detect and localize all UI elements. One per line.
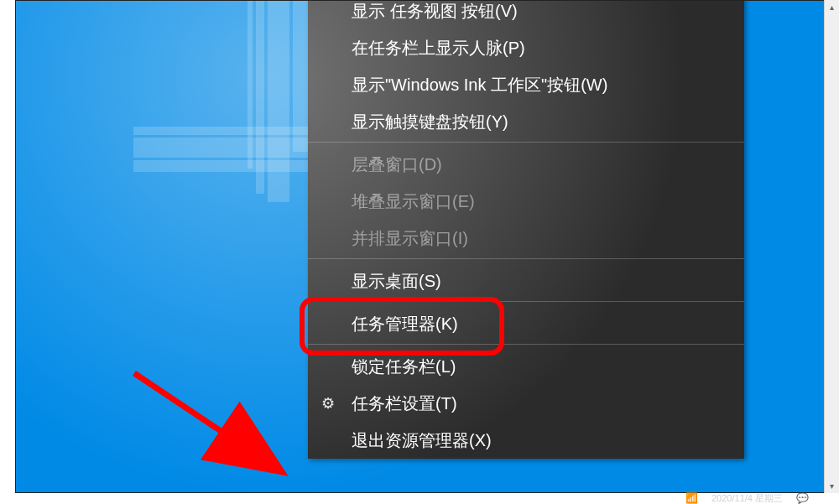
menu-item-label: 任务管理器(K) [352,314,458,333]
wallpaper-light-ray [256,0,264,194]
wallpaper-light-ray [268,0,289,202]
taskbar-context-menu[interactable]: 显示 任务视图 按钮(V)在任务栏上显示人脉(P)显示"Windows Ink … [308,0,744,459]
menu-item-label: 显示"Windows Ink 工作区"按钮(W) [352,75,607,94]
wallpaper-light-ray [133,160,310,172]
menu-item-people[interactable]: 在任务栏上显示人脉(P) [308,29,744,66]
menu-item-ink-workspace[interactable]: 显示"Windows Ink 工作区"按钮(W) [308,66,744,103]
menu-item-label: 并排显示窗口(I) [352,229,468,247]
menu-item-taskbar-settings[interactable]: ⚙任务栏设置(T) [308,385,744,422]
menu-separator [308,142,744,143]
menu-item-show-desktop[interactable]: 显示桌面(S) [308,262,744,299]
menu-separator [308,344,744,345]
scroll-up-button[interactable]: ▴ [825,0,839,14]
menu-item-label: 显示 任务视图 按钮(V) [352,2,518,20]
system-tray: 📶 2020/11/4 星期三 💬 [15,492,839,504]
menu-separator [308,258,744,259]
chat-icon[interactable]: 💬 [796,492,809,504]
desktop-wallpaper: 显示 任务视图 按钮(V)在任务栏上显示人脉(P)显示"Windows Ink … [15,0,825,493]
wallpaper-light-ray [293,0,308,152]
menu-item-label: 层叠窗口(D) [352,155,442,174]
menu-item-lock-taskbar[interactable]: 锁定任务栏(L) [308,348,744,385]
menu-item-label: 显示桌面(S) [352,272,441,290]
scroll-down-button[interactable]: ▾ [825,479,839,493]
wallpaper-light-ray [248,0,253,169]
vertical-scrollbar[interactable]: ▴ ▾ [824,0,839,493]
menu-item-label: 堆叠显示窗口(E) [352,192,475,210]
menu-item-task-view[interactable]: 显示 任务视图 按钮(V) [308,0,744,29]
menu-item-label: 在任务栏上显示人脉(P) [352,39,525,57]
wifi-icon[interactable]: 📶 [685,492,698,504]
menu-item-task-manager[interactable]: 任务管理器(K) [308,305,744,342]
menu-item-cascade: 层叠窗口(D) [308,146,744,183]
menu-item-exit-explorer[interactable]: 退出资源管理器(X) [308,422,744,459]
wallpaper-light-ray [133,138,310,158]
menu-item-label: 锁定任务栏(L) [352,357,456,376]
menu-item-stack: 堆叠显示窗口(E) [308,183,744,220]
menu-item-label: 任务栏设置(T) [352,394,457,413]
wallpaper-light-ray [133,127,310,135]
menu-item-label: 显示触摸键盘按钮(Y) [352,112,508,131]
menu-separator [308,301,744,302]
menu-item-sidebyside: 并排显示窗口(I) [308,220,744,257]
menu-item-touch-keyboard[interactable]: 显示触摸键盘按钮(Y) [308,103,744,140]
menu-item-label: 退出资源管理器(X) [352,431,492,449]
tray-clock-date[interactable]: 2020/11/4 星期三 [711,492,783,505]
gear-icon: ⚙ [321,396,335,411]
